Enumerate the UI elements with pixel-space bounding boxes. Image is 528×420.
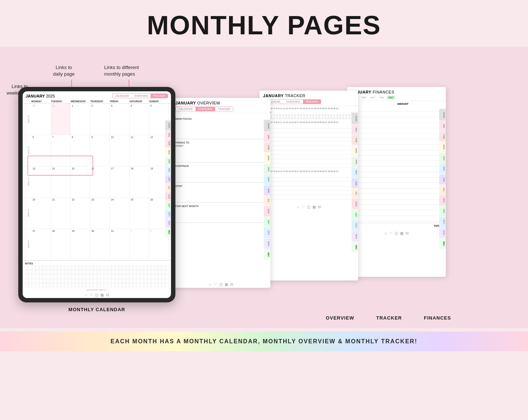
cal-week-5: WEEK 05 27 28 29 30 31 1 2 — [25, 229, 169, 260]
tracker-right-tabs: YEAR JAN FEB MAR APR MAY JUN JUL AUG SEP… — [352, 112, 358, 252]
fin-tab-dec[interactable]: DEC — [387, 96, 395, 99]
overview-tab-may[interactable]: MAY — [264, 175, 270, 185]
tracker-tab-sep-side[interactable]: SEP — [352, 210, 358, 220]
tab-aug[interactable]: AUG — [165, 192, 171, 201]
finances-tab-oct[interactable]: OCT — [439, 217, 446, 227]
finances-tab-jun[interactable]: JUN — [439, 175, 446, 185]
cal-day: 7 — [51, 135, 71, 166]
tracker-tab-mar-side[interactable]: MAR — [352, 145, 358, 156]
cal-tab-overview[interactable]: OVERVIEW — [132, 94, 151, 98]
tracker-tab-feb-side[interactable]: FEB — [352, 135, 358, 145]
cal-tabs[interactable]: CALENDAR OVERVIEW TRACKER — [112, 93, 168, 98]
tab-jan[interactable]: JAN — [165, 131, 171, 139]
overview-tab-tracker[interactable]: TRACKER — [215, 107, 233, 111]
notes-cell — [115, 270, 118, 274]
tracker-tab-year[interactable]: YEAR — [352, 112, 358, 124]
tracker-tab-jul-side[interactable]: JUL — [352, 188, 358, 198]
tracker-tab-dec-side[interactable]: DEC — [352, 242, 358, 253]
overview-tab-sep[interactable]: SEP — [264, 217, 270, 227]
overview-tab-mar[interactable]: MAR — [264, 153, 270, 163]
overview-tab-aug[interactable]: AUG — [264, 206, 270, 217]
overview-tab-jul[interactable]: JUL — [264, 196, 270, 206]
fin-tab-oct[interactable]: OCT — [369, 96, 377, 99]
overview-tabs[interactable]: CALENDAR OVERVIEW TRACKER — [175, 107, 233, 111]
notes-cell — [39, 270, 43, 274]
finances-tab-sep[interactable]: SEP — [439, 206, 446, 216]
notes-cell — [162, 279, 165, 283]
tablet: JANUARY 2025 CALENDAR OVERVIEW TRACKER — [18, 87, 175, 302]
notes-cell — [32, 283, 35, 287]
finances-tab-apr[interactable]: APR — [439, 153, 446, 163]
tracker-cell — [299, 115, 301, 119]
tab-nov[interactable]: NOV — [165, 219, 171, 228]
finances-tab-nov[interactable]: NOV — [439, 228, 446, 238]
cal-tab-tracker[interactable]: TRACKER — [151, 94, 168, 98]
fin-tab-nov[interactable]: NOV — [378, 96, 386, 99]
notes-cell — [137, 279, 140, 283]
tracker-tab-nov-side[interactable]: NOV — [352, 231, 358, 242]
overview-tab-jun[interactable]: JUN — [264, 186, 270, 196]
finances-right-tabs: YEAR JAN FEB MAR APR MAY JUN JUL AUG SEP… — [439, 109, 446, 249]
link-icon: ⊟ — [406, 231, 409, 235]
heart-icon: ♡ — [90, 293, 93, 297]
tab-jun[interactable]: JUN — [165, 175, 171, 183]
cal-grid: WEEK 01 30 31 1 2 3 4 5 WEE — [23, 104, 171, 260]
notes-cell — [54, 279, 57, 283]
overview-tab-overview[interactable]: OVERVIEW — [195, 107, 215, 111]
notes-cell — [29, 279, 32, 283]
overview-tab-jan[interactable]: JAN — [264, 132, 270, 142]
notes-cell — [166, 283, 169, 287]
overview-tab-dec[interactable]: DEC — [264, 249, 270, 260]
notes-cell — [122, 279, 126, 283]
tracker-tab-aug-side[interactable]: AUG — [352, 199, 358, 209]
notes-cell — [61, 274, 64, 278]
fin-tab-sep[interactable]: SEP — [360, 96, 368, 99]
finances-tab-jul[interactable]: JUL — [439, 185, 446, 195]
tab-apr[interactable]: APR — [165, 157, 171, 165]
notes-cell — [129, 279, 133, 283]
tab-jul[interactable]: JUL — [165, 184, 171, 192]
overview-tab-oct[interactable]: OCT — [264, 228, 270, 238]
tab-feb[interactable]: FEB — [165, 139, 171, 148]
tab-may[interactable]: MAY — [165, 166, 171, 175]
notes-cell — [108, 283, 111, 287]
notes-cell — [111, 279, 115, 283]
finances-tab-dec[interactable]: DEC — [439, 238, 446, 249]
finances-tab-mar[interactable]: MAR — [439, 142, 446, 152]
tracker-tab-jun-side[interactable]: JUN — [352, 178, 358, 188]
sorted-label: SORTED AND SIMPLE © — [23, 289, 171, 292]
overview-tab-apr[interactable]: APR — [264, 164, 270, 174]
overview-tab-calendar[interactable]: CALENDAR — [176, 107, 195, 111]
notes-cell — [46, 266, 50, 270]
habits-grid — [262, 115, 355, 119]
finances-tab-jan[interactable]: JAN — [439, 121, 446, 131]
overview-tab-year[interactable]: YEAR — [264, 120, 270, 131]
finances-tab-feb[interactable]: FEB — [439, 131, 446, 142]
tracker-tab-may-side[interactable]: MAY — [352, 167, 358, 178]
notes-cell — [86, 266, 90, 270]
overview-tab-feb[interactable]: FEB — [264, 142, 270, 153]
tab-dec[interactable]: DEC — [165, 228, 171, 237]
cal-day: 13 — [31, 167, 51, 198]
cal-day: 10 — [110, 135, 130, 166]
cal-tab-calendar[interactable]: CALENDAR — [113, 94, 132, 98]
finances-tab-aug[interactable]: AUG — [439, 195, 446, 206]
tracker-tabs[interactable]: CALENDAR OVERVIEW TRACKER — [263, 99, 321, 104]
finances-tab-may[interactable]: MAY — [439, 164, 446, 174]
overview-title: JANUARY OVERVIEW — [175, 101, 267, 105]
tab-mar[interactable]: MAR — [165, 148, 171, 157]
tracker-tab-oct-side[interactable]: OCT — [352, 220, 358, 231]
finances-tab-year[interactable]: YEAR — [439, 109, 446, 121]
tracker-tab-overview[interactable]: OVERVIEW — [283, 100, 303, 104]
overview-tab-nov[interactable]: NOV — [264, 238, 270, 249]
tracker-tab-tracker[interactable]: TRACKER — [303, 100, 321, 104]
notes-cell — [36, 283, 39, 287]
tracker-tab-apr-side[interactable]: APR — [352, 157, 358, 167]
tab-oct[interactable]: OCT — [165, 210, 171, 219]
monthly-calendar-label: MONTHLY CALENDAR — [18, 307, 175, 312]
notes-cell — [65, 274, 68, 278]
tracker-tab-jan-side[interactable]: JAN — [352, 125, 358, 134]
tab-year[interactable]: YEAR — [165, 121, 171, 130]
tab-sep[interactable]: SEP — [165, 201, 171, 210]
notes-cell — [100, 279, 104, 283]
